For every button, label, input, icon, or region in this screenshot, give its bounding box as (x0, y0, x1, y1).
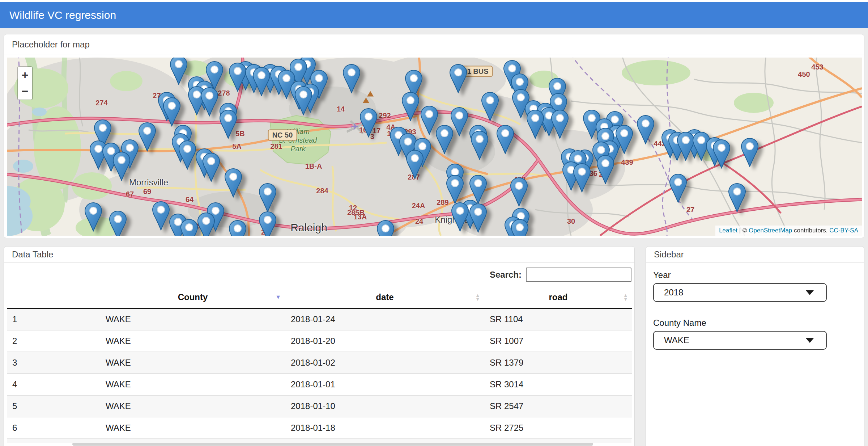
map-marker[interactable] (377, 220, 394, 236)
map-marker[interactable] (574, 164, 590, 192)
cell-rownum: 6 (7, 417, 100, 439)
table-row[interactable]: 3WAKE2018-01-02SR 1379 (7, 352, 632, 374)
navbar: Wildlife VC regression (0, 2, 868, 28)
data-table-panel: Data Table Search: County▼date▲▼road▲▼ 1… (4, 246, 635, 446)
map-marker[interactable] (447, 175, 463, 203)
column-label: road (549, 292, 567, 302)
select-label: Year (653, 270, 857, 280)
map-marker[interactable] (360, 109, 377, 137)
table-row[interactable]: 1WAKE2018-01-24SR 1104 (7, 308, 632, 331)
map-marker[interactable] (670, 174, 686, 202)
cell-rownum: 3 (7, 352, 100, 374)
table-head: County▼date▲▼road▲▼ (7, 287, 632, 308)
cell-county: WAKE (100, 395, 285, 417)
sidebar-field: County NameWAKE (653, 318, 857, 350)
leaflet-link[interactable]: Leaflet (719, 227, 737, 234)
cell-road: SR 1104 (484, 308, 632, 331)
attribution-sep2: contributors, (792, 227, 829, 234)
map-marker[interactable] (181, 219, 197, 236)
map-marker[interactable] (497, 125, 514, 153)
leaflet-map[interactable]: RaleighMorrisvilleKnightdaleWilliam B. U… (7, 58, 862, 236)
cell-county: WAKE (100, 374, 285, 395)
column-header-road[interactable]: road▲▼ (484, 287, 632, 308)
data-table-panel-title: Data Table (4, 247, 634, 263)
map-marker[interactable] (470, 204, 486, 232)
table-search-row: Search: (7, 267, 631, 282)
select-year[interactable]: 2018 (653, 283, 827, 302)
cell-county: WAKE (100, 352, 285, 374)
table-row[interactable]: 6WAKE2018-01-18SR 2725 (7, 417, 632, 439)
map-marker[interactable] (203, 153, 220, 181)
map-marker[interactable] (113, 152, 130, 180)
cell-road: SR 2547 (484, 395, 632, 417)
map-marker[interactable] (110, 211, 126, 236)
map-marker[interactable] (511, 219, 528, 236)
zoom-in-button[interactable]: + (18, 67, 32, 83)
map-marker[interactable] (470, 175, 486, 203)
map-marker[interactable] (229, 220, 246, 236)
map-marker[interactable] (259, 184, 276, 212)
zoom-out-button[interactable]: − (18, 83, 32, 100)
table-row[interactable]: 4WAKE2018-01-01SR 3014 (7, 374, 632, 395)
cell-date: 2018-01-10 (285, 395, 484, 417)
select-label: County Name (653, 318, 857, 328)
map-marker[interactable] (179, 141, 196, 169)
map-marker[interactable] (482, 92, 498, 121)
map-marker[interactable] (452, 203, 468, 231)
table-row[interactable]: 2WAKE2018-01-20SR 1007 (7, 330, 632, 352)
map-marker[interactable] (85, 203, 102, 231)
cell-county: WAKE (100, 308, 285, 331)
map-marker[interactable] (637, 115, 654, 144)
sidebar-panel-title: Sidebar (646, 247, 864, 263)
map-marker[interactable] (407, 150, 423, 178)
cell-road: SR 1379 (484, 352, 632, 374)
column-header-rownames (7, 287, 100, 308)
map-marker[interactable] (552, 110, 568, 138)
map-panel: Placeholder for map (4, 34, 864, 238)
map-marker[interactable] (527, 110, 544, 138)
map-marker[interactable] (451, 108, 468, 136)
map-marker[interactable] (741, 138, 758, 167)
cell-road: SR 2725 (484, 417, 632, 439)
map-marker[interactable] (153, 202, 169, 230)
map-zoom-control: + − (17, 66, 33, 100)
column-label: date (376, 292, 393, 302)
select-county-name[interactable]: WAKE (653, 331, 827, 350)
sort-both-icon: ▲▼ (475, 293, 480, 301)
cell-road: SR 1007 (484, 330, 632, 352)
license-link[interactable]: CC-BY-SA (829, 227, 858, 234)
map-marker[interactable] (229, 63, 246, 91)
map-marker[interactable] (597, 155, 614, 184)
map-marker[interactable] (402, 92, 419, 121)
map-marker[interactable] (139, 123, 156, 151)
map-marker[interactable] (253, 67, 270, 96)
map-marker[interactable] (163, 98, 180, 126)
chevron-down-icon (806, 290, 814, 295)
sidebar-panel: Sidebar Year2018County NameWAKE (646, 246, 864, 446)
map-marker[interactable] (225, 169, 242, 197)
table-row[interactable]: 5WAKE2018-01-10SR 2547 (7, 395, 632, 417)
column-header-county[interactable]: County▼ (100, 287, 285, 308)
map-marker[interactable] (201, 88, 218, 116)
search-input[interactable] (526, 268, 631, 282)
map-marker[interactable] (170, 58, 187, 84)
sidebar-fields: Year2018County NameWAKE (646, 270, 864, 350)
marker-layer (7, 58, 862, 236)
cell-road: SR 3014 (484, 374, 632, 395)
map-marker[interactable] (421, 106, 438, 134)
column-header-date[interactable]: date▲▼ (285, 287, 484, 308)
map-marker[interactable] (677, 132, 694, 160)
map-marker[interactable] (511, 178, 527, 206)
osm-link[interactable]: OpenStreetMap (749, 227, 792, 234)
map-marker[interactable] (471, 131, 488, 159)
map-marker[interactable] (259, 212, 276, 236)
map-marker[interactable] (220, 110, 237, 138)
map-marker[interactable] (436, 125, 453, 153)
cell-date: 2018-01-20 (285, 330, 484, 352)
horizontal-scrollbar[interactable] (72, 443, 593, 446)
map-marker[interactable] (729, 184, 745, 212)
sort-descending-icon: ▼ (275, 294, 281, 300)
map-marker[interactable] (343, 64, 360, 93)
map-marker[interactable] (450, 64, 467, 93)
map-marker[interactable] (198, 213, 214, 236)
